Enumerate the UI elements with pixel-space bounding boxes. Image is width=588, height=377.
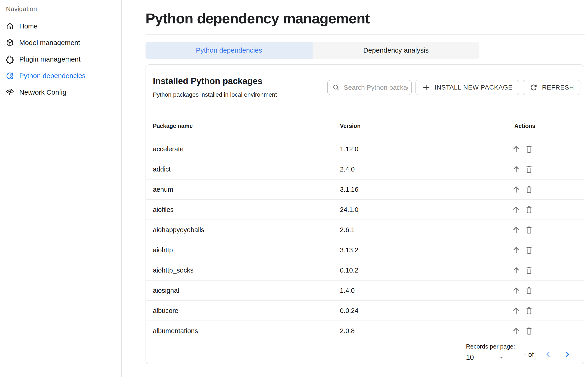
up-arrow-icon xyxy=(511,185,521,194)
chevron-right-icon xyxy=(563,350,572,359)
upgrade-package-button[interactable] xyxy=(511,164,521,175)
install-new-package-button[interactable]: INSTALL NEW PACKAGE xyxy=(415,80,519,95)
sidebar-item-plugin-management[interactable]: Plugin management xyxy=(0,51,121,68)
package-version-cell: 0.0.24 xyxy=(340,307,514,315)
sidebar-item-model-management[interactable]: Model management xyxy=(0,35,121,51)
sidebar-section-label: Navigation xyxy=(0,4,121,14)
delete-package-button[interactable] xyxy=(524,204,534,215)
upgrade-package-button[interactable] xyxy=(511,204,521,215)
table-row: aiofiles 24.1.0 xyxy=(146,200,584,220)
upgrade-package-button[interactable] xyxy=(511,285,521,296)
trash-icon xyxy=(524,185,534,194)
tab-dependency-analysis[interactable]: Dependency analysis xyxy=(312,42,480,59)
pagination-range-label: - of xyxy=(524,351,534,358)
package-actions-cell xyxy=(511,265,577,275)
network-check-icon xyxy=(6,88,14,97)
package-actions-cell xyxy=(511,326,577,336)
refresh-button[interactable]: REFRESH xyxy=(523,80,580,95)
delete-package-button[interactable] xyxy=(524,265,534,275)
package-actions-cell xyxy=(511,224,577,235)
sidebar-item-home[interactable]: Home xyxy=(0,18,121,35)
table-row: accelerate 1.12.0 xyxy=(146,139,584,159)
delete-package-button[interactable] xyxy=(524,144,534,154)
up-arrow-icon xyxy=(511,225,521,235)
next-page-button[interactable] xyxy=(562,349,572,359)
cube-icon xyxy=(6,38,14,47)
package-name-cell: aiofiles xyxy=(153,206,340,213)
table-row: aiohappyeyeballs 2.6.1 xyxy=(146,220,584,240)
card-titles: Installed Python packages Python package… xyxy=(153,76,277,98)
refresh-label: REFRESH xyxy=(542,84,574,91)
upgrade-package-button[interactable] xyxy=(511,224,521,235)
sync-gear-icon xyxy=(6,71,14,80)
sidebar-item-label: Plugin management xyxy=(19,55,81,63)
package-actions-cell xyxy=(511,144,577,154)
up-arrow-icon xyxy=(511,286,521,295)
upgrade-package-button[interactable] xyxy=(511,326,521,336)
table-body: accelerate 1.12.0 xyxy=(146,139,584,341)
upgrade-package-button[interactable] xyxy=(511,265,521,275)
search-icon xyxy=(332,83,340,92)
package-name-cell: aiohttp xyxy=(153,246,340,254)
package-name-cell: addict xyxy=(153,165,340,173)
sidebar-item-label: Model management xyxy=(19,39,80,47)
up-arrow-icon xyxy=(511,245,521,255)
records-per-page-select[interactable]: 10 xyxy=(466,353,505,362)
package-version-cell: 3.1.16 xyxy=(340,186,514,193)
up-arrow-icon xyxy=(511,165,521,174)
trash-icon xyxy=(524,326,534,336)
package-name-cell: aenum xyxy=(153,186,340,193)
sidebar: Navigation Home Model management xyxy=(0,0,122,377)
app-root: Navigation Home Model management xyxy=(0,0,588,377)
sidebar-item-python-dependencies[interactable]: Python dependencies xyxy=(0,68,121,84)
table-row: aiosignal 1.4.0 xyxy=(146,281,584,301)
package-version-cell: 2.6.1 xyxy=(340,226,514,234)
column-header-actions: Actions xyxy=(514,123,577,129)
up-arrow-icon xyxy=(511,144,521,154)
trash-icon xyxy=(524,165,534,174)
table-row: addict 2.4.0 xyxy=(146,159,584,179)
package-name-cell: accelerate xyxy=(153,145,340,153)
page-title: Python dependency management xyxy=(146,10,585,35)
package-version-cell: 2.0.8 xyxy=(340,327,514,335)
records-per-page-value: 10 xyxy=(466,353,474,362)
upgrade-package-button[interactable] xyxy=(511,144,521,154)
search-input[interactable] xyxy=(343,83,408,92)
chevron-left-icon xyxy=(543,350,553,359)
delete-package-button[interactable] xyxy=(524,224,534,235)
package-version-cell: 3.13.2 xyxy=(340,246,514,254)
package-actions-cell xyxy=(511,184,577,195)
table-header-row: Package name Version Actions xyxy=(146,113,584,139)
table-row: aiohttp 3.13.2 xyxy=(146,240,584,260)
sidebar-item-label: Python dependencies xyxy=(19,72,86,80)
card-title: Installed Python packages xyxy=(153,76,277,86)
delete-package-button[interactable] xyxy=(524,245,534,255)
delete-package-button[interactable] xyxy=(524,305,534,316)
trash-icon xyxy=(524,286,534,295)
up-arrow-icon xyxy=(511,306,521,316)
upgrade-package-button[interactable] xyxy=(511,184,521,195)
packages-table: Package name Version Actions accelerate … xyxy=(146,113,584,364)
upgrade-package-button[interactable] xyxy=(511,245,521,255)
upgrade-package-button[interactable] xyxy=(511,305,521,316)
sidebar-item-network-config[interactable]: Network Config xyxy=(0,84,121,101)
package-version-cell: 0.10.2 xyxy=(340,267,514,274)
up-arrow-icon xyxy=(511,205,521,214)
prev-page-button[interactable] xyxy=(543,349,553,359)
package-name-cell: albucore xyxy=(153,307,340,315)
delete-package-button[interactable] xyxy=(524,184,534,195)
home-icon xyxy=(6,22,14,31)
delete-package-button[interactable] xyxy=(524,164,534,175)
trash-icon xyxy=(524,205,534,214)
up-arrow-icon xyxy=(511,326,521,336)
delete-package-button[interactable] xyxy=(524,326,534,336)
delete-package-button[interactable] xyxy=(524,285,534,296)
package-version-cell: 1.12.0 xyxy=(340,145,514,153)
package-version-cell: 24.1.0 xyxy=(340,206,514,213)
table-row: albumentations 2.0.8 xyxy=(146,321,584,341)
card-header: Installed Python packages Python package… xyxy=(146,65,584,113)
tab-python-dependencies[interactable]: Python dependencies xyxy=(146,42,312,59)
package-version-cell: 2.4.0 xyxy=(340,165,514,173)
sidebar-item-label: Home xyxy=(19,22,38,30)
column-header-version: Version xyxy=(340,123,514,129)
